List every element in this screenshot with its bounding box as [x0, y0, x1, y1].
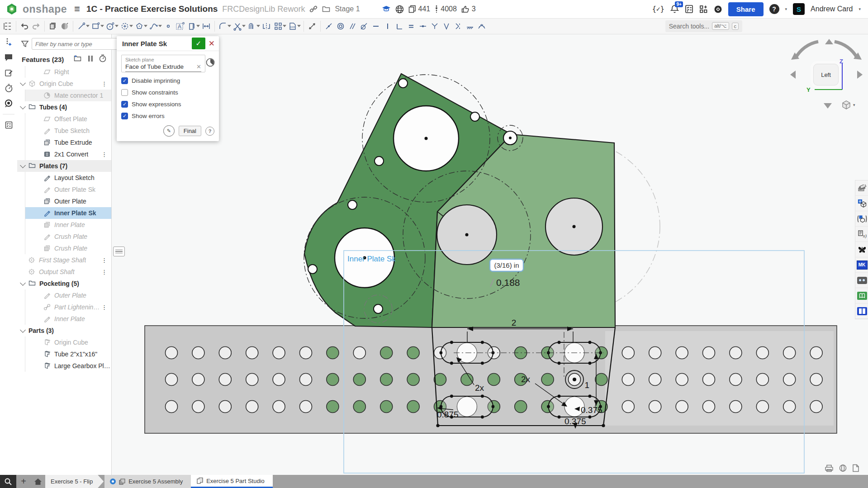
undo-icon[interactable] — [19, 20, 30, 33]
midpoint-constraint-icon[interactable] — [417, 20, 429, 33]
function-doc-icon[interactable]: x) — [855, 227, 868, 242]
expand-caret-icon[interactable] — [20, 327, 26, 333]
robot-icon[interactable] — [855, 273, 868, 288]
expand-caret-icon[interactable] — [20, 80, 26, 86]
cube-braces-icon[interactable] — [855, 211, 868, 227]
concentric-constraint-icon[interactable] — [335, 20, 346, 33]
feature-inner-plate[interactable]: Inner Plate — [25, 313, 111, 325]
curvature-constraint-icon[interactable] — [476, 20, 488, 33]
dim-offset-bottom[interactable]: 0.375 — [564, 417, 586, 426]
checkbox-show-errors[interactable]: ✓Show errors — [121, 113, 214, 119]
dim-count-left[interactable]: 2x — [475, 383, 484, 393]
checkbox-box[interactable]: ✓ — [121, 77, 128, 84]
feature-output-shaft[interactable]: Output Shaft⋮ — [17, 266, 111, 278]
checkbox-show-constraints[interactable]: Show constraints — [121, 89, 214, 96]
notifications-bell-icon[interactable]: 9+ — [670, 5, 679, 14]
appearance-swatches-icon[interactable] — [855, 180, 868, 196]
feature-first-stage-shaft[interactable]: First Stage Shaft⋮ — [17, 254, 111, 266]
bom-checklist-icon[interactable] — [0, 117, 17, 133]
tab-search-icon[interactable] — [0, 475, 16, 488]
help-icon[interactable]: ? — [769, 4, 779, 14]
text-tool-icon[interactable]: A — [174, 20, 186, 33]
feature-menu-dots-icon[interactable]: ⋮ — [101, 304, 111, 311]
checkbox-disable-imprinting[interactable]: ✓Disable imprinting — [121, 77, 214, 84]
document-title[interactable]: 1C - Practice Exercise Solutions — [86, 4, 218, 14]
tab-exercise-5-flip[interactable]: Exercise 5 - Flip — [45, 475, 104, 488]
line-dropdown-caret[interactable] — [86, 25, 90, 27]
workspace-folder-icon[interactable] — [322, 5, 330, 13]
follow-mode-icon[interactable] — [0, 34, 17, 50]
feature-hierarchy-icon[interactable] — [2, 20, 14, 33]
feature-menu-dots-icon[interactable]: ⋮ — [101, 257, 111, 264]
feature-pocketing-5[interactable]: Pocketing (5) — [17, 278, 111, 289]
dimension-tool-icon[interactable] — [200, 20, 212, 33]
tasks-checklist-icon[interactable] — [685, 5, 693, 14]
sketch-sheet-icon[interactable] — [47, 20, 59, 33]
point-tool-icon[interactable] — [162, 20, 174, 33]
feature-offset-plate[interactable]: Offset Plate — [25, 113, 111, 125]
add-folder-icon[interactable] — [74, 55, 82, 64]
feature-tube-extrude[interactable]: Tube Extrude — [25, 137, 111, 148]
feature-crush-plate[interactable]: Crush Plate — [25, 242, 111, 254]
likes-count[interactable]: 3 — [461, 5, 476, 13]
feature-mate-connector-1[interactable]: Mate connector 1 — [25, 90, 111, 101]
checkbox-box[interactable] — [121, 89, 128, 96]
spline-dropdown-caret[interactable] — [158, 25, 162, 27]
link-icon[interactable] — [309, 5, 318, 13]
blue-columns-icon[interactable] — [855, 303, 868, 319]
feature-origin-cube[interactable]: Origin Cube⋮ — [17, 78, 111, 90]
user-menu-caret-icon[interactable]: ▾ — [859, 7, 861, 11]
annotation-note-icon[interactable] — [113, 246, 125, 256]
coincident-constraint-icon[interactable] — [323, 20, 335, 33]
rectangle-dropdown-caret[interactable] — [100, 25, 104, 27]
expand-caret-icon[interactable] — [20, 280, 26, 286]
selected-hole-point[interactable] — [565, 370, 583, 389]
feature-outer-plate-sk[interactable]: Outer Plate Sk — [25, 184, 111, 195]
feature-plates-7[interactable]: Plates (7) — [17, 160, 111, 172]
redo-icon[interactable] — [30, 20, 42, 33]
feature-menu-dots-icon[interactable]: ⋮ — [101, 269, 111, 275]
tab-exercise-5-assembly[interactable]: Exercise 5 Assembly — [104, 475, 191, 488]
dialog-accept-button[interactable]: ✓ — [192, 38, 205, 49]
dim-count-right[interactable]: 2x — [521, 374, 531, 384]
feature-tube-2-x1-x16[interactable]: Tube 2"x1"x16" — [25, 348, 111, 360]
clear-selection-icon[interactable]: ✕ — [194, 63, 201, 70]
feature-crush-plate[interactable]: Crush Plate — [25, 231, 111, 242]
dialog-help-icon[interactable]: ? — [205, 127, 214, 136]
part-lookup-icon[interactable] — [0, 96, 17, 111]
comments-icon[interactable] — [0, 50, 17, 65]
featurescript-icon[interactable]: {✓} — [652, 5, 664, 13]
rotate-down-arrow[interactable] — [824, 103, 832, 109]
history-timer-icon[interactable] — [0, 81, 17, 96]
parallel-constraint-icon[interactable] — [346, 20, 358, 33]
dxf-dropdown-caret[interactable] — [297, 25, 301, 27]
dim-height[interactable]: 1 — [584, 380, 589, 390]
cube-grid-icon[interactable] — [855, 196, 868, 211]
onshape-logo-icon[interactable] — [5, 3, 18, 15]
feature-menu-dots-icon[interactable]: ⋮ — [101, 81, 111, 87]
hold-globe-icon[interactable] — [839, 464, 847, 474]
offset-dropdown-caret[interactable] — [256, 25, 260, 27]
filter-funnel-icon[interactable] — [21, 40, 29, 47]
checkbox-box[interactable]: ✓ — [121, 101, 128, 108]
feature-outer-plate[interactable]: Outer Plate — [25, 195, 111, 207]
notes-page-icon[interactable] — [852, 464, 859, 474]
feature-parts-3[interactable]: Parts (3) — [17, 325, 111, 336]
suspend-pause-icon[interactable] — [88, 55, 93, 64]
dim-offset-right[interactable]: 0.375 — [581, 405, 602, 415]
pierce-constraint-icon[interactable] — [452, 20, 464, 33]
circle-dropdown-caret[interactable] — [115, 25, 119, 27]
measure-tool-icon[interactable] — [306, 20, 318, 33]
versions-count[interactable]: 4008 — [435, 5, 457, 13]
horizontal-constraint-icon[interactable] — [370, 20, 382, 33]
normal-constraint-icon[interactable] — [441, 20, 452, 33]
perpendicular-constraint-icon[interactable] — [394, 20, 405, 33]
document-menu-icon[interactable]: ≡ — [74, 3, 80, 15]
arc-dropdown-caret[interactable] — [129, 25, 133, 27]
feature-right[interactable]: Right — [25, 66, 111, 78]
checkbox-show-expressions[interactable]: ✓Show expressions — [121, 101, 214, 108]
tab-exercise-5-part-studio[interactable]: Exercise 5 Part Studio — [191, 475, 273, 488]
feature-part-lightening[interactable]: Part Lightening...⋮ — [25, 301, 111, 313]
dim-offset-left[interactable]: 0.875 — [437, 410, 459, 419]
use-dropdown-caret[interactable] — [196, 25, 200, 27]
